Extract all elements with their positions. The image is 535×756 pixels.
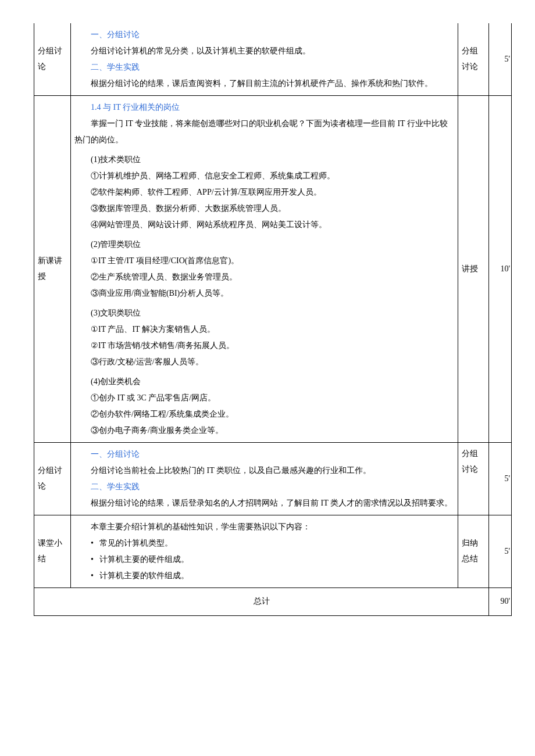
method-cell: 讲授: [458, 96, 489, 443]
subsection-heading: 一、分组讨论: [74, 446, 454, 463]
list-item: ③行政/文秘/运营/客服人员等。: [74, 354, 454, 370]
section-label: 新课讲授: [34, 96, 71, 443]
bullet-icon: •: [91, 555, 99, 564]
group-heading: (2)管理类职位: [74, 237, 454, 253]
group-heading: (1)技术类职位: [74, 152, 454, 168]
section-label: 分组讨论: [34, 443, 71, 515]
section-content: 一、分组讨论 分组讨论计算机的常见分类，以及计算机主要的软硬件组成。 二、学生实…: [71, 23, 458, 96]
paragraph: 分组讨论计算机的常见分类，以及计算机主要的软硬件组成。: [74, 43, 454, 59]
time-cell: 5': [489, 23, 512, 96]
bullet-icon: •: [91, 571, 99, 580]
list-item: ①创办 IT 或 3C 产品零售店/网店。: [74, 390, 454, 406]
left-margin-cell: [23, 23, 34, 615]
paragraph: 根据分组讨论的结果，课后登录知名的人才招聘网站，了解目前 IT 类人才的需求情况…: [74, 495, 454, 511]
list-item: 计算机主要的软件组成。: [99, 571, 189, 580]
list-item: ③商业应用/商业智能(BI)分析人员等。: [74, 285, 454, 302]
table-row: 分组讨论 一、分组讨论 分组讨论计算机的常见分类，以及计算机主要的软硬件组成。 …: [23, 23, 512, 96]
section-label: 分组讨论: [34, 23, 71, 96]
paragraph: 根据分组讨论的结果，课后查阅资料，了解目前主流的计算机硬件产品、操作系统和热门软…: [74, 76, 454, 92]
time-cell: 10': [489, 96, 512, 443]
total-value: 90': [489, 588, 512, 616]
list-item: ②软件架构师、软件工程师、APP/云计算/互联网应用开发人员。: [74, 184, 454, 200]
section-content: 一、分组讨论 分组讨论当前社会上比较热门的 IT 类职位，以及自己最感兴趣的行业…: [71, 443, 458, 515]
list-item: ①IT 主管/IT 项目经理/CIO(首席信息官)。: [74, 253, 454, 269]
section-content: 本章主要介绍计算机的基础性知识，学生需要熟识以下内容： • 常见的计算机类型。 …: [71, 515, 458, 588]
table-total-row: 总计 90': [23, 588, 512, 616]
subsection-heading: 1.4 与 IT 行业相关的岗位: [74, 99, 454, 116]
subsection-heading: 一、分组讨论: [74, 27, 454, 43]
table-row: 分组讨论 一、分组讨论 分组讨论当前社会上比较热门的 IT 类职位，以及自己最感…: [23, 443, 512, 515]
list-item: ④网站管理员、网站设计师、网站系统程序员、网站美工设计等。: [74, 217, 454, 233]
method-cell: 分组讨论: [458, 23, 489, 96]
group-heading: (3)文职类职位: [74, 305, 454, 321]
list-item: ③创办电子商务/商业服务类企业等。: [74, 422, 454, 439]
table-row: 课堂小结 本章主要介绍计算机的基础性知识，学生需要熟识以下内容： • 常见的计算…: [23, 515, 512, 588]
subsection-heading: 二、学生实践: [74, 479, 454, 495]
time-cell: 5': [489, 443, 512, 515]
list-item: ②创办软件/网络工程/系统集成类企业。: [74, 406, 454, 422]
list-item: ①IT 产品、IT 解决方案销售人员。: [74, 321, 454, 338]
list-item: ①计算机维护员、网络工程师、信息安全工程师、系统集成工程师。: [74, 168, 454, 184]
lesson-plan-table: 分组讨论 一、分组讨论 分组讨论计算机的常见分类，以及计算机主要的软硬件组成。 …: [23, 23, 512, 616]
subsection-heading: 二、学生实践: [74, 59, 454, 76]
total-label: 总计: [34, 588, 489, 616]
section-content: 1.4 与 IT 行业相关的岗位 掌握一门 IT 专业技能，将来能创造哪些对口的…: [71, 96, 458, 443]
list-item: ②IT 市场营销/技术销售/商务拓展人员。: [74, 338, 454, 354]
paragraph: 本章主要介绍计算机的基础性知识，学生需要熟识以下内容：: [74, 519, 454, 535]
method-cell: 归纳总结: [458, 515, 489, 588]
paragraph: 掌握一门 IT 专业技能，将来能创造哪些对口的职业机会呢？下面为读者梳理一些目前…: [74, 116, 454, 148]
list-item: ②生产系统管理人员、数据业务管理员。: [74, 269, 454, 285]
paragraph: 分组讨论当前社会上比较热门的 IT 类职位，以及自己最感兴趣的行业和工作。: [74, 463, 454, 479]
list-item: 计算机主要的硬件组成。: [99, 555, 189, 564]
group-heading: (4)创业类机会: [74, 374, 454, 390]
section-label: 课堂小结: [34, 515, 71, 588]
bullet-icon: •: [91, 539, 99, 547]
list-item: ③数据库管理员、数据分析师、大数据系统管理人员。: [74, 200, 454, 217]
list-item: 常见的计算机类型。: [99, 539, 173, 547]
time-cell: 5': [489, 515, 512, 588]
method-cell: 分组讨论: [458, 443, 489, 515]
table-row: 新课讲授 1.4 与 IT 行业相关的岗位 掌握一门 IT 专业技能，将来能创造…: [23, 96, 512, 443]
